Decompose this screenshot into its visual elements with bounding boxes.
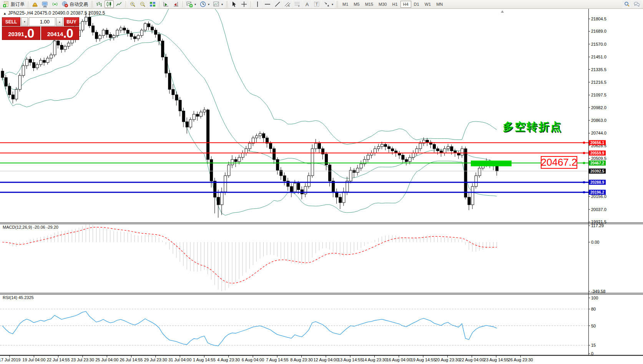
bull-candle xyxy=(241,153,244,157)
bear-candle xyxy=(433,145,435,149)
main-price-pane xyxy=(0,0,588,218)
bull-candle xyxy=(447,146,450,149)
bear-candle xyxy=(60,45,63,50)
bear-candle xyxy=(329,165,331,181)
bear-candle xyxy=(388,146,390,149)
price-tick-label: 21451.0 xyxy=(591,55,606,59)
price-badge-label: 20392.5 xyxy=(590,169,605,173)
bull-candle xyxy=(349,170,352,181)
bull-candle xyxy=(367,155,369,160)
sell-price-display[interactable]: 20391.0 xyxy=(2,27,40,40)
line-handle[interactable] xyxy=(583,152,585,154)
symbol-info-bar: ▲JPN225-,H4 20475.0 20490.0 20387.5 2039… xyxy=(3,10,105,16)
sell-price-small: 20391 xyxy=(8,29,24,39)
bear-candle xyxy=(12,95,14,99)
bear-candle xyxy=(186,122,188,127)
date-tick-label: 20 Aug 23:30 xyxy=(435,357,460,362)
bull-candle xyxy=(228,165,230,176)
bull-candle xyxy=(120,28,122,30)
price-tick-label: 21335.5 xyxy=(591,67,606,72)
macd-label: MACD(12,26,9) -20.06 -29.20 xyxy=(3,225,58,229)
buy-button[interactable]: BUY xyxy=(64,17,79,26)
symbol-arrow-icon: ▲ xyxy=(3,12,7,15)
one-click-trading-panel: SELL ▾ 1.00 ▴ BUY 20391.0 20414.0 xyxy=(2,17,79,40)
bull-candle xyxy=(140,30,143,35)
volume-decrease-button[interactable]: ▾ xyxy=(21,17,28,26)
bear-candle xyxy=(5,78,7,86)
rsi-axis-label: 50 xyxy=(591,324,596,328)
macd-axis-label: 117.29 xyxy=(591,223,604,228)
chart-canvas[interactable]: 21804.521689.021570.021451.021335.521216… xyxy=(0,0,643,364)
sell-button[interactable]: SELL xyxy=(2,17,20,26)
date-tick-label: 4 Aug 23:30 xyxy=(217,357,240,362)
date-tick-label: 22 Jul 14:55 xyxy=(47,357,70,362)
bull-candle xyxy=(221,192,223,205)
rsi-axis-label: 100 xyxy=(591,296,598,300)
bull-candle xyxy=(224,176,227,192)
bull-candle xyxy=(238,157,241,161)
price-callout-box[interactable]: 20467.2 xyxy=(541,156,577,169)
bull-candle xyxy=(22,66,25,75)
bear-candle xyxy=(384,145,387,147)
turning-point-annotation[interactable]: 多空转折点 xyxy=(503,120,562,134)
date-tick-label: 13 Aug 14:55 xyxy=(338,357,363,362)
bear-candle xyxy=(464,149,467,197)
bull-candle xyxy=(144,23,146,30)
bull-candle xyxy=(50,55,53,58)
line-handle[interactable] xyxy=(583,191,585,193)
highlight-rectangle[interactable] xyxy=(471,161,512,166)
bull-candle xyxy=(409,157,411,161)
bull-candle xyxy=(412,153,415,157)
volume-input[interactable]: 1.00 xyxy=(29,17,55,26)
volume-increase-button[interactable]: ▴ xyxy=(56,17,63,26)
rsi-axis-label: 15 xyxy=(591,343,596,347)
bull-candle xyxy=(113,35,115,38)
bear-candle xyxy=(339,197,342,203)
bull-candle xyxy=(40,60,42,65)
bear-candle xyxy=(172,90,174,95)
buy-price-big: .0 xyxy=(63,28,73,39)
price-badge-label: 20467.2 xyxy=(590,161,605,165)
bear-candle xyxy=(426,140,429,142)
price-tick-label: 21097.5 xyxy=(591,93,606,97)
rsi-pane xyxy=(0,309,588,346)
date-tick-label: 25 Jul 04:00 xyxy=(95,357,118,362)
date-tick-label: 17 Jul 2019 xyxy=(0,357,20,362)
bear-candle xyxy=(29,59,32,62)
bear-candle xyxy=(273,149,276,160)
symbol-ohlc-text: JPN225-,H4 20475.0 20490.0 20387.5 20392… xyxy=(8,10,105,16)
price-tick-label: 20982.0 xyxy=(591,105,606,110)
date-tick-label: 22 Aug 04:00 xyxy=(459,357,484,362)
bear-candle xyxy=(158,35,161,41)
bull-candle xyxy=(419,143,422,149)
bear-candle xyxy=(165,57,168,73)
bear-candle xyxy=(92,26,95,32)
price-tick-label: 20037.0 xyxy=(591,207,606,212)
date-tick-label: 12 Aug 04:00 xyxy=(313,357,338,362)
bear-candle xyxy=(391,149,394,151)
line-handle[interactable] xyxy=(583,181,585,183)
bear-candle xyxy=(297,183,300,190)
bull-candle xyxy=(245,149,248,153)
date-tick-label: 26 Aug 23:30 xyxy=(508,357,533,362)
macd-axis-label: -349.58 xyxy=(591,289,605,294)
date-tick-label: 29 Jul 23:30 xyxy=(144,357,167,362)
bear-candle xyxy=(148,23,150,27)
bear-candle xyxy=(161,41,164,57)
bull-candle xyxy=(99,35,101,38)
bull-candle xyxy=(248,143,251,149)
bull-candle xyxy=(67,43,70,46)
stepper-up-icon: ▴ xyxy=(59,20,60,23)
line-handle[interactable] xyxy=(583,142,585,144)
buy-price-small: 20414 xyxy=(47,29,63,39)
bull-candle xyxy=(15,90,18,99)
buy-price-display[interactable]: 20414.0 xyxy=(41,27,80,40)
line-handle[interactable] xyxy=(583,162,585,164)
price-tick-label: 20744.0 xyxy=(591,131,606,135)
bear-candle xyxy=(290,186,293,192)
date-tick-label: 1 Aug 14:55 xyxy=(193,357,216,362)
bear-candle xyxy=(214,181,216,197)
bear-candle xyxy=(57,41,60,45)
bear-candle xyxy=(1,71,4,78)
price-tick-label: 21216.5 xyxy=(591,80,606,85)
